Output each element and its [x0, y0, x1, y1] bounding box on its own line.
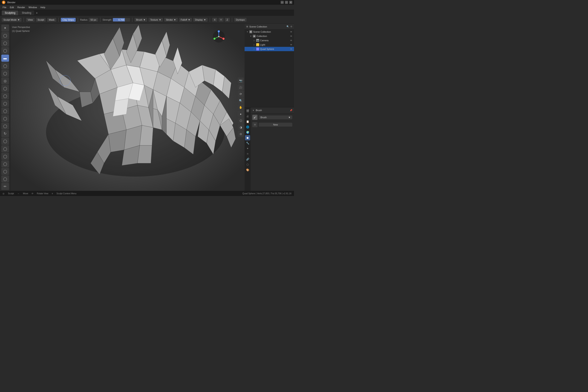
collection-visibility[interactable]: 👁	[290, 35, 292, 38]
scene-props-icon[interactable]: 🌐	[245, 124, 250, 130]
sculpt-menu[interactable]: Sculpt	[36, 18, 46, 22]
render-mode-wire[interactable]: ⬡	[238, 118, 244, 124]
top-toolbar: Sculpt Mode ▼ View Sculpt Mask Clay Stri…	[0, 16, 294, 24]
settings-icon[interactable]: ⚙	[290, 25, 292, 28]
brush-name-display[interactable]: Clay Strips	[61, 18, 76, 22]
expand-icon: ▼	[246, 31, 248, 33]
physics-props-icon[interactable]: ⚛	[245, 151, 250, 156]
brush-grid-icon[interactable]: ⊞	[252, 122, 258, 127]
material-props-icon[interactable]: 🎨	[245, 168, 250, 172]
outliner-light[interactable]: ▷ 💡 Light 👁	[244, 42, 294, 47]
brush-type-dropdown[interactable]: Brush ▼	[259, 116, 292, 119]
tool-layer[interactable]: ◯	[1, 62, 9, 69]
tab-shading[interactable]: Shading	[19, 10, 34, 15]
strength-value[interactable]: 0.700	[113, 18, 130, 22]
tool-clay-strips[interactable]: ▬	[1, 54, 9, 62]
outliner-quad-sphere[interactable]: ▷ ⬡ Quad Sphere 👁	[244, 47, 294, 51]
object-props-icon[interactable]: ◼	[245, 135, 250, 140]
panel-expand-icon[interactable]: ▼	[252, 109, 254, 112]
texture-dropdown[interactable]: Texture▼	[148, 18, 163, 22]
tool-box-mask[interactable]: ◯	[1, 175, 9, 182]
radius-value[interactable]: 50 px	[89, 18, 98, 22]
orbit-btn[interactable]: ⟳	[238, 91, 244, 97]
visibility-icon[interactable]: 👁	[290, 31, 292, 33]
y-axis-btn[interactable]: Y	[218, 18, 224, 22]
view-layer-props-icon[interactable]: 📋	[245, 119, 250, 124]
quad-sphere-label: Quad Sphere	[260, 48, 274, 50]
particles-props-icon[interactable]: ✦	[245, 146, 250, 151]
falloff-dropdown[interactable]: Falloff▼	[179, 18, 192, 22]
mask-menu[interactable]: Mask	[47, 18, 56, 22]
tool-smooth[interactable]: ◯	[1, 32, 9, 39]
mode-selector[interactable]: Sculpt Mode ▼	[2, 18, 22, 22]
tool-snake-hook[interactable]: ◯	[1, 85, 9, 92]
z-axis-btn[interactable]: Z	[225, 18, 230, 22]
outliner-collection[interactable]: ▼ ⊞ Collection 👁	[244, 34, 294, 38]
tool-clay[interactable]: ◯	[1, 122, 9, 130]
add-workspace-btn[interactable]: +	[34, 11, 39, 15]
viewport[interactable]: User Perspective (1) Quad Sphere Z X Y	[10, 24, 244, 191]
main-layout: ✦ ◯ ◯ ◯ ▬ ◯ ◯ ◎ ◯ ◯ ◯ ◯ ◯ ◯ ↻ ◯ ◯ ◯ ◯ ◯ …	[0, 24, 294, 191]
camera-view-btn[interactable]: 🎥	[238, 84, 244, 90]
outliner-camera[interactable]: ▷ 📷 Camera 👁	[244, 38, 294, 42]
light-visibility[interactable]: 👁	[290, 44, 292, 46]
camera-visibility[interactable]: 👁	[290, 39, 292, 42]
menu-file[interactable]: File	[1, 6, 8, 9]
tool-scrape[interactable]: ◯	[1, 108, 9, 114]
render-props-icon[interactable]: 🎬	[245, 108, 250, 114]
display-dropdown[interactable]: Display▼	[193, 18, 208, 22]
filter-icon[interactable]: 🔍	[286, 25, 289, 28]
tool-annotation[interactable]: ✏	[1, 183, 9, 190]
viewport-gizmo[interactable]: Z X Y	[212, 30, 225, 43]
tab-sculpting[interactable]: Sculpting	[2, 10, 18, 15]
dyntopo-btn[interactable]: Dyntopo	[234, 18, 246, 22]
tool-simplify[interactable]: ◯	[1, 160, 9, 168]
separator-5	[132, 18, 132, 22]
overlay-btn[interactable]: ⊙	[238, 131, 244, 137]
brush-type-icon: 🖌	[252, 115, 258, 120]
render-mode-material[interactable]: ◑	[238, 124, 244, 130]
minimize-btn[interactable]: —	[281, 1, 284, 4]
pan-btn[interactable]: ✋	[238, 104, 244, 110]
props-sidebar: 🎬 🖨 📋 🌐 🌍 ◼ 🔧 ✦ ⚛ 🔗 ⬡ 🎨	[244, 108, 250, 191]
tool-flatten[interactable]: ◯	[1, 115, 9, 122]
tool-draw[interactable]: ✦	[1, 24, 9, 32]
outliner-scene-collection[interactable]: ▼ ⊞ Scene Collection 👁	[244, 30, 294, 34]
camera-perspective-btn[interactable]: 📷	[238, 78, 244, 84]
tool-thumb[interactable]: ◯	[1, 92, 9, 100]
tool-fill[interactable]: ◯	[1, 100, 9, 107]
data-props-icon[interactable]: ⬡	[245, 162, 250, 167]
maximize-btn[interactable]: □	[285, 1, 288, 4]
tool-cloth[interactable]: ◯	[1, 153, 9, 160]
constraints-props-icon[interactable]: 🔗	[245, 157, 250, 162]
view-menu[interactable]: View	[26, 18, 34, 22]
output-props-icon[interactable]: 🖨	[245, 114, 250, 119]
new-brush-btn[interactable]: New	[259, 123, 292, 126]
tool-inflate[interactable]: ◯	[1, 47, 9, 54]
brush-dropdown[interactable]: Brush▼	[134, 18, 148, 22]
menu-help[interactable]: Help	[39, 6, 47, 9]
menu-edit[interactable]: Edit	[8, 6, 16, 9]
modifier-props-icon[interactable]: 🔧	[245, 140, 250, 146]
stroke-dropdown[interactable]: Stroke▼	[164, 18, 178, 22]
x-axis-btn[interactable]: X	[212, 18, 217, 22]
svg-text:Y: Y	[214, 38, 215, 40]
quad-sphere-visibility[interactable]: 👁	[290, 48, 292, 50]
tool-rotate[interactable]: ↻	[1, 130, 9, 137]
render-mode-solid[interactable]: ●	[238, 111, 244, 117]
tool-boundary[interactable]: ◯	[1, 145, 9, 152]
close-btn[interactable]: ✕	[289, 1, 292, 4]
zoom-btn[interactable]: 🔍	[238, 98, 244, 104]
tool-grab[interactable]: ◎	[1, 77, 9, 84]
menu-render[interactable]: Render	[16, 6, 27, 9]
world-props-icon[interactable]: 🌍	[245, 130, 250, 135]
tool-crease[interactable]: ◯	[1, 70, 9, 77]
tool-pinch[interactable]: ◯	[1, 40, 9, 47]
pin-icon[interactable]: 📌	[290, 109, 292, 112]
tool-mask[interactable]: ◯	[1, 168, 9, 175]
light-label: Light	[260, 44, 265, 46]
brush-type-label: Brush	[260, 116, 267, 119]
tool-slide-relax[interactable]: ◯	[1, 138, 9, 145]
menu-window[interactable]: Window	[27, 6, 39, 9]
status-rotate-icon: ⟳	[32, 192, 33, 195]
